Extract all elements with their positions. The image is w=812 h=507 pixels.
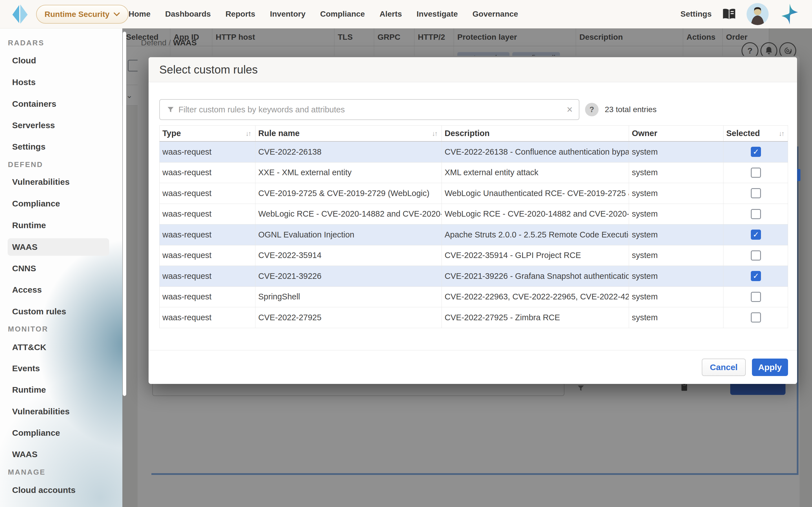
modal-footer-divider — [149, 350, 797, 350]
nav-item-settings[interactable]: Settings — [680, 10, 712, 18]
col-rule-name[interactable]: Rule name↓↑ — [255, 126, 442, 141]
sidebar-item-cloud-accounts[interactable]: Cloud accounts — [12, 484, 75, 496]
nav-item-investigate[interactable]: Investigate — [409, 10, 465, 18]
total-entries-label: 23 total entries — [605, 103, 657, 116]
docs-book-icon[interactable] — [722, 8, 737, 20]
row-checkbox[interactable] — [751, 230, 761, 240]
sidebar-item-containers[interactable]: Containers — [12, 98, 56, 110]
rules-row[interactable]: waas-requestXXE - XML external entity XM… — [160, 163, 788, 183]
sort-icon[interactable]: ↓↑ — [432, 129, 437, 137]
row-checkbox[interactable] — [751, 209, 761, 219]
funnel-icon — [167, 106, 174, 114]
cancel-button[interactable]: Cancel — [702, 358, 746, 376]
row-checkbox[interactable] — [751, 271, 761, 281]
nav-right-cluster: Settings — [680, 0, 801, 28]
rules-row[interactable]: waas-requestCVE-2019-2725 & CVE-2019-272… — [160, 183, 788, 204]
sort-icon[interactable]: ↓↑ — [246, 129, 251, 137]
sidebar-item-compliance[interactable]: Compliance — [12, 198, 60, 210]
nav-item-alerts[interactable]: Alerts — [372, 10, 409, 18]
top-navigation-bar: Runtime Security Home Dashboards Reports… — [0, 0, 812, 29]
col-description[interactable]: Description — [442, 126, 629, 141]
user-avatar[interactable] — [747, 3, 769, 25]
sidebar-item-serverless[interactable]: Serverless — [12, 119, 55, 131]
sidebar-item-cnns[interactable]: CNNS — [12, 262, 36, 275]
filter-placeholder: Filter custom rules by keywords and attr… — [179, 105, 567, 114]
nav-item-home[interactable]: Home — [121, 10, 158, 18]
background-blue-button-edge — [797, 169, 801, 181]
rules-row[interactable]: waas-requestWebLogic RCE - CVE-2020-1488… — [160, 204, 788, 225]
col-owner[interactable]: Owner — [629, 126, 723, 141]
row-checkbox[interactable] — [751, 188, 761, 198]
row-checkbox[interactable] — [751, 292, 761, 302]
row-checkbox[interactable] — [751, 313, 761, 323]
sidebar-header-monitor: MONITOR — [8, 323, 48, 335]
nav-item-compliance[interactable]: Compliance — [313, 10, 372, 18]
sidebar-item-attack[interactable]: ATT&CK — [12, 341, 46, 353]
chevron-down-icon — [113, 12, 120, 17]
primary-nav: Home Dashboards Reports Inventory Compli… — [121, 0, 525, 28]
sidebar-item-waas-monitor[interactable]: WAAS — [12, 448, 38, 460]
sidebar-item-events[interactable]: Events — [12, 362, 40, 375]
sidebar-scrollbar-thumb[interactable] — [123, 32, 126, 396]
app-root: Defend / WAAS ? Selected App ID — [0, 0, 812, 507]
sidebar-item-runtime-monitor[interactable]: Runtime — [12, 384, 46, 396]
clear-filter-icon[interactable]: × — [567, 104, 573, 115]
rules-table-header: Type↓↑ Rule name↓↑ Description Owner Sel… — [160, 126, 788, 142]
sidebar-header-defend: DEFEND — [8, 158, 43, 171]
custom-rules-table: Type↓↑ Rule name↓↑ Description Owner Sel… — [159, 125, 788, 328]
sidebar-header-manage: MANAGE — [8, 466, 46, 478]
sidebar-item-runtime[interactable]: Runtime — [12, 219, 46, 231]
rules-row[interactable]: waas-requestSpringShell CVE-2022-22963, … — [160, 287, 788, 307]
nav-item-inventory[interactable]: Inventory — [262, 10, 313, 18]
sidebar-header-radars: RADARS — [8, 37, 44, 49]
sidebar: RADARS Cloud Hosts Containers Serverless… — [0, 28, 122, 507]
module-switcher[interactable]: Runtime Security — [36, 5, 129, 24]
col-type[interactable]: Type↓↑ — [160, 126, 255, 141]
rules-row[interactable]: waas-requestCVE-2022-35914 CVE-2022-3591… — [160, 245, 788, 266]
row-checkbox[interactable] — [751, 250, 761, 261]
rules-row[interactable]: waas-requestCVE-2021-39226 CVE-2021-3922… — [160, 266, 788, 287]
prisma-cloud-logo-icon[interactable] — [779, 3, 801, 25]
sidebar-item-cloud[interactable]: Cloud — [12, 54, 36, 67]
rules-row[interactable]: waas-requestCVE-2022-26138 CVE-2022-2613… — [160, 142, 788, 163]
sidebar-item-settings[interactable]: Settings — [12, 140, 45, 153]
row-checkbox[interactable] — [751, 147, 761, 157]
row-checkbox[interactable] — [751, 168, 761, 178]
nav-item-reports[interactable]: Reports — [218, 10, 263, 18]
rules-row[interactable]: waas-requestCVE-2022-27925 CVE-2022-2792… — [160, 307, 788, 328]
sidebar-item-vulnerabilities[interactable]: Vulnerabilities — [12, 176, 70, 188]
sidebar-item-compliance-monitor[interactable]: Compliance — [12, 427, 60, 439]
sidebar-item-access[interactable]: Access — [12, 284, 42, 296]
nav-item-governance[interactable]: Governance — [465, 10, 525, 18]
modal-title: Select custom rules — [159, 57, 258, 82]
col-selected[interactable]: Selected↓↑ — [723, 126, 788, 141]
app-logo-icon[interactable] — [11, 4, 29, 24]
nav-item-dashboards[interactable]: Dashboards — [158, 10, 218, 18]
sort-icon[interactable]: ↓↑ — [779, 129, 784, 137]
select-custom-rules-modal: Select custom rules Filter custom rules … — [149, 57, 797, 384]
sidebar-item-custom-rules[interactable]: Custom rules — [12, 305, 66, 318]
module-switcher-label: Runtime Security — [45, 10, 109, 19]
sidebar-item-waas[interactable]: WAAS — [12, 241, 38, 253]
help-circle-icon[interactable]: ? — [585, 103, 599, 116]
apply-button[interactable]: Apply — [752, 358, 788, 376]
rules-row[interactable]: waas-requestOGNL Evaluation Injection Ap… — [160, 224, 788, 245]
sidebar-item-vulnerabilities-monitor[interactable]: Vulnerabilities — [12, 405, 70, 418]
sidebar-item-hosts[interactable]: Hosts — [12, 76, 36, 89]
filter-input[interactable]: Filter custom rules by keywords and attr… — [159, 99, 579, 120]
